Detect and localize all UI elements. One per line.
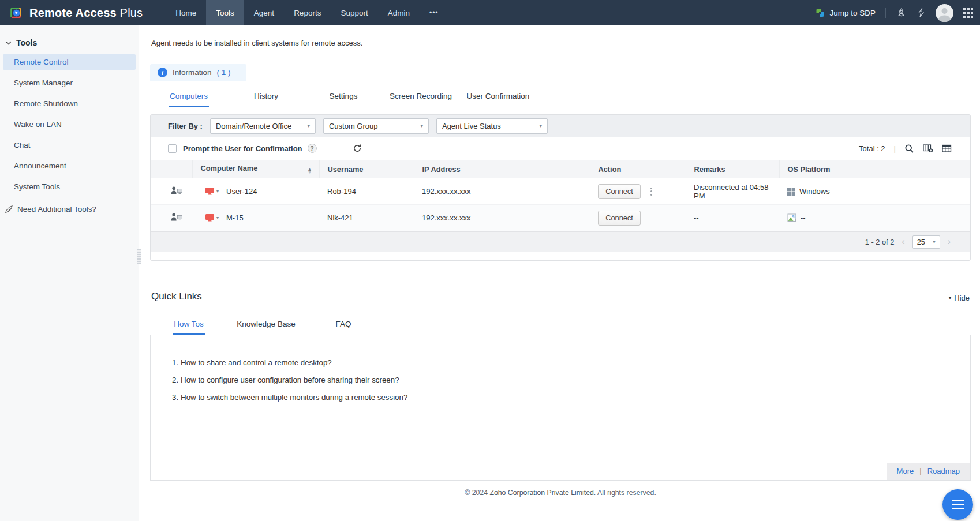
header-computer-name[interactable]: Computer Name ▲▼ — [192, 160, 319, 178]
sidebar-item-remote-shutdown[interactable]: Remote Shutdown — [3, 96, 136, 111]
agent-live-status-dropdown[interactable]: Agent Live Status▾ — [436, 118, 548, 134]
quick-links-tab-bar: How Tos Knowledge Base FAQ — [150, 316, 971, 335]
sidebar-item-remote-control[interactable]: Remote Control — [3, 54, 136, 70]
information-tab[interactable]: i Information ( 1 ) — [150, 64, 246, 81]
pagination-bar: 1 - 2 of 2 ‹ 25▾ › — [151, 231, 970, 252]
tab-history[interactable]: History — [227, 88, 305, 107]
how-tos-list: 1.How to share and control a remote desk… — [151, 335, 970, 402]
how-to-item[interactable]: 3.How to switch between multiple monitor… — [172, 393, 970, 402]
table-row: ▾ User-124 Rob-194 192.xxx.xx.xxx Connec… — [151, 178, 970, 205]
more-link[interactable]: More — [897, 467, 914, 475]
nav-item-reports[interactable]: Reports — [284, 0, 331, 25]
how-to-item[interactable]: 1.How to share and control a remote desk… — [172, 358, 970, 367]
nav-more-menu[interactable]: ••• — [420, 0, 448, 25]
brand-title: Remote Access Plus — [29, 6, 143, 20]
caret-down-icon[interactable]: ▾ — [216, 189, 219, 194]
sidebar-item-chat[interactable]: Chat — [3, 137, 136, 153]
hide-link[interactable]: ▾ Hide — [949, 294, 970, 302]
help-badge[interactable]: ? — [308, 144, 317, 153]
remote-session-monitor-icon[interactable] — [205, 213, 215, 222]
header-icon-column — [151, 160, 192, 178]
prompt-confirmation-label: Prompt the User for Confirmation — [183, 144, 302, 153]
prompt-confirmation-checkbox[interactable] — [168, 144, 177, 153]
nav-item-home[interactable]: Home — [166, 0, 206, 25]
nav-item-admin[interactable]: Admin — [378, 0, 420, 25]
computer-name-value[interactable]: User-124 — [226, 187, 257, 196]
tab-user-confirmation[interactable]: User Confirmation — [459, 88, 537, 107]
sidebar: Tools Remote Control System Manager Remo… — [0, 25, 139, 521]
tab-screen-recording[interactable]: Screen Recording — [382, 88, 459, 107]
prev-page-icon[interactable]: ‹ — [902, 237, 904, 246]
sidebar-item-announcement[interactable]: Announcement — [3, 158, 136, 174]
tab-computers[interactable]: Computers — [150, 88, 227, 107]
fab-menu-button[interactable] — [942, 489, 973, 520]
header-action: Action — [590, 160, 686, 178]
chevron-down-icon — [5, 41, 12, 45]
domain-remote-office-dropdown[interactable]: Domain/Remote Office▾ — [210, 118, 316, 134]
remote-session-monitor-icon[interactable] — [205, 187, 215, 196]
zoho-corporation-link[interactable]: Zoho Corporation Private Limited. — [489, 489, 596, 497]
tab-settings[interactable]: Settings — [305, 88, 382, 107]
table-row: ▾ M-15 Nik-421 192.xxx.xx.xxx Connect — [151, 205, 970, 231]
information-tab-row: i Information ( 1 ) — [150, 64, 971, 81]
jump-to-sdp-label: Jump to SDP — [829, 9, 876, 17]
link-divider: | — [919, 467, 921, 475]
apps-grid-icon[interactable] — [963, 8, 973, 18]
quick-links-header: Quick Links ▾ Hide — [150, 291, 971, 309]
information-label: Information — [173, 68, 212, 77]
custom-group-dropdown[interactable]: Custom Group▾ — [323, 118, 429, 134]
page-size-select[interactable]: 25▾ — [912, 235, 940, 249]
jump-to-sdp-link[interactable]: Jump to SDP — [816, 8, 876, 17]
sidebar-section-tools[interactable]: Tools — [0, 38, 139, 54]
kebab-menu-icon[interactable] — [649, 186, 654, 197]
tab-how-tos[interactable]: How Tos — [150, 316, 227, 335]
nav-item-support[interactable]: Support — [331, 0, 377, 25]
next-page-icon[interactable]: › — [948, 237, 951, 246]
broken-image-icon — [787, 213, 796, 222]
information-count: ( 1 ) — [217, 68, 231, 77]
navbar-divider — [885, 8, 886, 18]
os-platform-value: -- — [801, 213, 806, 222]
remote-access-plus-app: Remote Access Plus Home Tools Agent Repo… — [0, 0, 980, 521]
nav-item-tools[interactable]: Tools — [206, 0, 244, 25]
refresh-icon[interactable] — [353, 144, 362, 153]
computers-table: Computer Name ▲▼ Username IP Address Act… — [151, 160, 970, 231]
roadmap-link[interactable]: Roadmap — [927, 467, 960, 475]
username-value: Rob-194 — [319, 178, 414, 205]
sidebar-item-wake-on-lan[interactable]: Wake on LAN — [3, 117, 136, 132]
sidebar-item-system-tools[interactable]: System Tools — [3, 179, 136, 194]
filter-by-label: Filter By : — [168, 122, 203, 130]
agent-install-notice: Agent needs to be installed in client sy… — [150, 25, 971, 55]
info-icon: i — [158, 68, 167, 77]
app-logo-brand[interactable]: Remote Access Plus — [0, 0, 151, 25]
computer-name-value[interactable]: M-15 — [226, 213, 244, 222]
sidebar-menu: Remote Control System Manager Remote Shu… — [0, 54, 139, 194]
top-navbar: Remote Access Plus Home Tools Agent Repo… — [0, 0, 980, 25]
how-to-item[interactable]: 2.How to configure user configuration be… — [172, 376, 970, 384]
ip-address-value: 192.xxx.xx.xxx — [414, 178, 590, 205]
total-count: Total : 2 — [859, 144, 885, 153]
sort-icon[interactable]: ▲▼ — [308, 168, 312, 174]
whats-new-rocket-icon[interactable] — [896, 8, 907, 18]
footer-copyright: © 2024 Zoho Corporation Private Limited.… — [150, 489, 971, 497]
header-username[interactable]: Username — [319, 160, 414, 178]
need-additional-tools-link[interactable]: Need Additional Tools? — [5, 205, 139, 213]
windows-icon — [787, 188, 795, 196]
user-computer-icon — [171, 186, 183, 195]
column-chooser-icon[interactable] — [923, 144, 933, 153]
connect-button[interactable]: Connect — [598, 184, 641, 199]
table-view-icon[interactable] — [942, 144, 952, 153]
search-icon[interactable] — [904, 144, 914, 153]
caret-down-icon[interactable]: ▾ — [216, 216, 219, 220]
tab-knowledge-base[interactable]: Knowledge Base — [227, 316, 305, 335]
lightning-icon[interactable] — [917, 8, 926, 18]
nav-item-agent[interactable]: Agent — [244, 0, 284, 25]
tab-faq[interactable]: FAQ — [305, 316, 382, 335]
sidebar-item-system-manager[interactable]: System Manager — [3, 75, 136, 91]
user-avatar[interactable] — [936, 4, 953, 22]
app-logo-icon — [8, 5, 24, 21]
header-ip-address[interactable]: IP Address — [414, 160, 590, 178]
connect-button[interactable]: Connect — [598, 211, 641, 226]
caret-down-icon: ▾ — [307, 123, 310, 129]
caret-down-icon: ▾ — [539, 123, 542, 129]
